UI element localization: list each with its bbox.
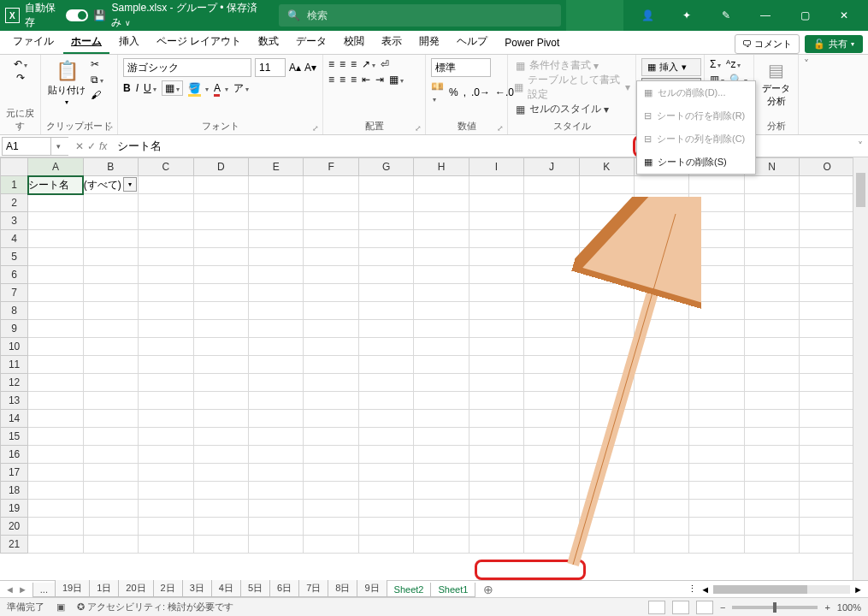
conditional-format-button[interactable]: ▦条件付き書式 ▾: [513, 58, 630, 73]
row-header[interactable]: 1: [1, 176, 28, 194]
delete-sheet-item[interactable]: ▦シートの削除(S): [637, 151, 755, 174]
align-bottom-icon[interactable]: ≡: [351, 58, 357, 70]
redo-icon[interactable]: ↷: [16, 72, 25, 84]
autosave-toggle[interactable]: 自動保存: [25, 1, 89, 30]
launcher-icon[interactable]: ⤢: [497, 124, 504, 133]
font-size-select[interactable]: [255, 58, 286, 77]
percent-icon[interactable]: %: [449, 86, 458, 98]
comments-button[interactable]: 🗨 コメント: [735, 34, 800, 54]
sheet-tab[interactable]: 7日: [298, 580, 328, 597]
col-header[interactable]: D: [193, 158, 248, 176]
tab-home[interactable]: ホーム: [63, 31, 109, 54]
cut-icon[interactable]: ✂: [91, 58, 103, 70]
enter-formula-icon[interactable]: ✓: [87, 140, 96, 152]
tab-formulas[interactable]: 数式: [251, 31, 286, 54]
account-icon[interactable]: 👤: [629, 0, 666, 31]
spreadsheet-grid[interactable]: A B C D E F G H I J K L M N O 1 シート名 (すべ…: [0, 157, 853, 554]
view-normal-icon[interactable]: [648, 601, 665, 614]
sheet-nav-prev-icon[interactable]: ◄: [5, 584, 15, 595]
zoom-level[interactable]: 100%: [837, 602, 861, 613]
sheet-tab[interactable]: 4日: [211, 580, 241, 597]
increase-font-icon[interactable]: A▴: [289, 62, 301, 74]
align-top-icon[interactable]: ≡: [328, 58, 334, 70]
row-header[interactable]: 16: [1, 446, 28, 464]
col-header[interactable]: B: [83, 158, 138, 176]
tab-page-layout[interactable]: ページ レイアウト: [149, 31, 249, 54]
view-page-break-icon[interactable]: [696, 601, 713, 614]
col-header[interactable]: H: [414, 158, 469, 176]
formula-expand-icon[interactable]: ˅: [853, 140, 868, 152]
paste-button[interactable]: 📋 貼り付け ▾: [46, 58, 87, 108]
sheet-tab-sheet2[interactable]: Sheet2: [387, 583, 432, 597]
col-header[interactable]: O: [800, 158, 853, 176]
row-header[interactable]: 12: [1, 374, 28, 392]
sort-icon[interactable]: ᴬz: [726, 58, 741, 70]
name-box-input[interactable]: [3, 138, 50, 155]
cell-styles-button[interactable]: ▦セルのスタイル ▾: [513, 102, 630, 116]
cancel-formula-icon[interactable]: ✕: [75, 140, 84, 152]
col-header[interactable]: F: [304, 158, 358, 176]
autosum-icon[interactable]: Σ: [710, 58, 721, 70]
italic-button[interactable]: I: [136, 82, 139, 94]
wrap-text-icon[interactable]: ⏎: [381, 58, 389, 70]
filter-dropdown-icon[interactable]: ▾: [123, 177, 137, 192]
tab-developer[interactable]: 開発: [411, 31, 447, 54]
tab-powerpivot[interactable]: Power Pivot: [497, 33, 567, 54]
share-button[interactable]: 🔓 共有 ▾: [805, 35, 863, 53]
sheet-tab[interactable]: 9日: [357, 580, 387, 597]
border-button[interactable]: ▦: [162, 80, 183, 96]
col-header[interactable]: A: [28, 158, 83, 176]
brush-icon[interactable]: ✎: [707, 0, 745, 31]
col-header[interactable]: G: [358, 158, 413, 176]
col-header[interactable]: I: [469, 158, 523, 176]
row-header[interactable]: 11: [1, 356, 28, 374]
align-center-icon[interactable]: ≡: [340, 74, 345, 86]
row-header[interactable]: 3: [1, 212, 28, 230]
name-box[interactable]: ▾: [2, 137, 68, 156]
row-header[interactable]: 6: [1, 266, 28, 284]
tab-view[interactable]: 表示: [374, 31, 410, 54]
search-input[interactable]: 🔍 検索: [279, 4, 561, 27]
format-painter-icon[interactable]: 🖌: [91, 89, 103, 101]
insert-cells-button[interactable]: ▦挿入 ▾: [641, 58, 701, 76]
cell-a1[interactable]: シート名: [28, 176, 83, 194]
col-header[interactable]: K: [579, 158, 634, 176]
row-header[interactable]: 21: [1, 536, 28, 554]
cell-b1[interactable]: (すべて)▾: [83, 176, 138, 194]
row-header[interactable]: 8: [1, 302, 28, 320]
sheet-tab[interactable]: 8日: [328, 580, 357, 597]
tab-insert[interactable]: 挿入: [111, 31, 147, 54]
accessibility-status[interactable]: ✪ アクセシビリティ: 検討が必要です: [77, 601, 233, 613]
row-header[interactable]: 20: [1, 518, 28, 536]
merge-icon[interactable]: ▦: [389, 74, 404, 86]
bold-button[interactable]: B: [123, 82, 131, 94]
sheet-tab[interactable]: 20日: [118, 580, 153, 597]
underline-button[interactable]: U: [144, 82, 156, 94]
fx-icon[interactable]: fx: [99, 140, 107, 152]
sheet-tab[interactable]: 1日: [89, 580, 119, 597]
row-header[interactable]: 15: [1, 428, 28, 446]
col-header[interactable]: E: [248, 158, 303, 176]
orientation-icon[interactable]: ↗: [362, 58, 375, 70]
zoom-in-icon[interactable]: +: [824, 602, 830, 613]
sheet-tab[interactable]: 6日: [269, 580, 299, 597]
horizontal-scrollbar[interactable]: ⋮◄►: [682, 583, 868, 595]
format-as-table-button[interactable]: ▦テーブルとして書式設定 ▾: [513, 73, 630, 102]
row-header[interactable]: 5: [1, 248, 28, 266]
font-name-select[interactable]: [123, 58, 251, 77]
sheet-tab-sheet1[interactable]: Sheet1: [430, 583, 475, 597]
row-header[interactable]: 9: [1, 320, 28, 338]
undo-icon[interactable]: ↶: [14, 58, 27, 70]
align-right-icon[interactable]: ≡: [351, 74, 357, 86]
zoom-out-icon[interactable]: −: [720, 602, 725, 613]
row-header[interactable]: 10: [1, 338, 28, 356]
maximize-button[interactable]: ▢: [786, 0, 824, 31]
indent-inc-icon[interactable]: ⇥: [375, 74, 384, 86]
sheet-tab[interactable]: 2日: [153, 580, 183, 597]
ribbon-collapse-icon[interactable]: ˅: [799, 55, 814, 134]
sheet-nav-next-icon[interactable]: ►: [18, 584, 27, 595]
tab-data[interactable]: データ: [288, 31, 334, 54]
sheet-tab[interactable]: 3日: [182, 580, 212, 597]
row-header[interactable]: 4: [1, 230, 28, 248]
row-header[interactable]: 18: [1, 482, 28, 500]
